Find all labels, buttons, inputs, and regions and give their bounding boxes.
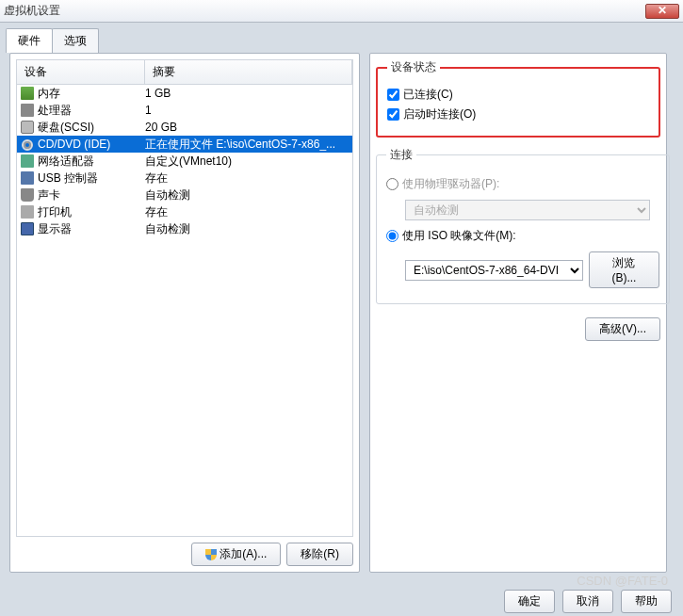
add-button[interactable]: 添加(A)... — [191, 543, 281, 566]
close-button[interactable]: ✕ — [645, 4, 679, 19]
device-summary: 自动检测 — [145, 221, 352, 237]
device-status-group: 设备状态 已连接(C) 启动时连接(O) — [376, 59, 660, 138]
device-row[interactable]: 网络适配器自定义(VMnet10) — [17, 153, 352, 170]
device-name: CD/DVD (IDE) — [38, 138, 145, 151]
status-legend: 设备状态 — [387, 59, 440, 75]
connected-label: 已连接(C) — [403, 87, 453, 103]
device-name: 显示器 — [38, 221, 145, 237]
device-icon — [17, 104, 38, 118]
tab-options[interactable]: 选项 — [52, 28, 99, 53]
device-summary: 20 GB — [145, 121, 352, 134]
window-title: 虚拟机设置 — [4, 3, 645, 19]
device-summary: 1 GB — [145, 87, 352, 100]
connection-group: 连接 使用物理驱动器(P): 自动检测 使用 ISO 映像文件(M): E:\i… — [376, 147, 670, 304]
ok-button[interactable]: 确定 — [504, 590, 555, 613]
device-row[interactable]: 内存1 GB — [17, 85, 352, 102]
advanced-button[interactable]: 高级(V)... — [585, 317, 660, 341]
col-device: 设备 — [17, 60, 145, 84]
connected-checkbox[interactable] — [387, 89, 399, 101]
device-icon — [17, 188, 38, 203]
device-row[interactable]: 硬盘(SCSI)20 GB — [17, 119, 352, 136]
connection-legend: 连接 — [386, 147, 416, 163]
device-icon — [17, 222, 38, 236]
device-name: 处理器 — [38, 103, 145, 119]
connect-poweron-label: 启动时连接(O) — [403, 106, 476, 122]
device-row[interactable]: CD/DVD (IDE)正在使用文件 E:\iso\CentOS-7-x86_.… — [17, 136, 352, 153]
device-icon — [17, 205, 38, 219]
device-summary: 1 — [145, 104, 352, 117]
device-name: 网络适配器 — [38, 154, 145, 170]
use-iso-radio[interactable] — [386, 230, 398, 242]
device-name: USB 控制器 — [38, 170, 145, 186]
device-icon — [17, 121, 38, 135]
use-physical-row[interactable]: 使用物理驱动器(P): — [386, 172, 659, 196]
use-physical-label: 使用物理驱动器(P): — [402, 176, 499, 192]
tab-hardware[interactable]: 硬件 — [6, 28, 53, 53]
use-physical-radio[interactable] — [386, 178, 398, 190]
help-button[interactable]: 帮助 — [621, 590, 672, 613]
device-summary: 正在使用文件 E:\iso\CentOS-7-x86_... — [145, 137, 352, 153]
device-summary: 自动检测 — [145, 187, 352, 203]
connect-poweron-checkbox[interactable] — [387, 108, 399, 121]
use-iso-row[interactable]: 使用 ISO 映像文件(M): — [386, 224, 659, 248]
device-summary: 存在 — [145, 204, 352, 220]
col-summary: 摘要 — [145, 60, 352, 84]
device-list: 设备 摘要 内存1 GB处理器1硬盘(SCSI)20 GBCD/DVD (IDE… — [16, 59, 353, 537]
device-row[interactable]: USB 控制器存在 — [17, 170, 352, 186]
hardware-panel: 设备 摘要 内存1 GB处理器1硬盘(SCSI)20 GBCD/DVD (IDE… — [9, 53, 360, 573]
device-icon — [17, 138, 38, 151]
cancel-button[interactable]: 取消 — [562, 590, 613, 613]
shield-icon — [205, 549, 217, 560]
device-row[interactable]: 打印机存在 — [17, 203, 352, 220]
device-name: 打印机 — [38, 204, 145, 220]
connected-row[interactable]: 已连接(C) — [387, 85, 649, 105]
device-row[interactable]: 处理器1 — [17, 102, 352, 119]
browse-button[interactable]: 浏览(B)... — [589, 251, 659, 288]
connect-poweron-row[interactable]: 启动时连接(O) — [387, 105, 649, 124]
device-summary: 自定义(VMnet10) — [145, 154, 352, 170]
use-iso-label: 使用 ISO 映像文件(M): — [402, 228, 516, 244]
device-icon — [17, 154, 38, 169]
dialog-footer: 确定 取消 帮助 — [0, 582, 683, 616]
device-icon — [17, 171, 38, 186]
iso-path-select[interactable]: E:\iso\CentOS-7-x86_64-DVI — [405, 260, 583, 281]
remove-button[interactable]: 移除(R) — [286, 543, 353, 566]
tabs: 硬件 选项 — [0, 23, 683, 53]
device-name: 声卡 — [38, 187, 145, 203]
device-row[interactable]: 声卡自动检测 — [17, 186, 352, 203]
titlebar: 虚拟机设置 ✕ — [0, 0, 683, 23]
device-icon — [17, 87, 38, 101]
device-name: 内存 — [38, 86, 145, 102]
physical-drive-select: 自动检测 — [405, 200, 650, 220]
device-summary: 存在 — [145, 170, 352, 186]
device-row[interactable]: 显示器自动检测 — [17, 220, 352, 237]
device-name: 硬盘(SCSI) — [38, 120, 145, 136]
settings-panel: 设备状态 已连接(C) 启动时连接(O) 连接 使用物理驱动器(P): 自动检测 — [369, 53, 667, 573]
list-header: 设备 摘要 — [17, 60, 352, 85]
